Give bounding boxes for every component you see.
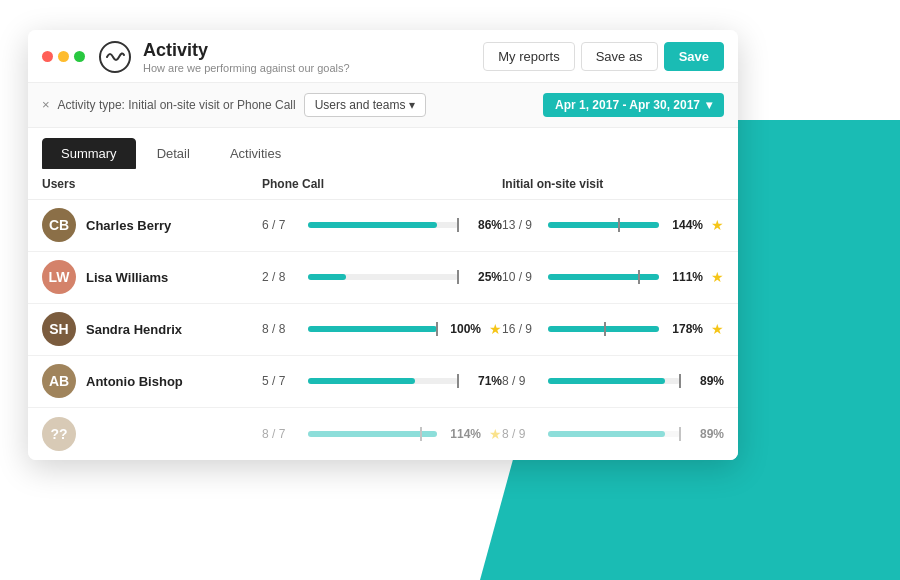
- app-logo: [99, 41, 131, 73]
- user-cell: SH Sandra Hendrix: [42, 312, 262, 346]
- phone-fraction: 5 / 7: [262, 374, 300, 388]
- visit-bar: [548, 326, 659, 332]
- visit-metric: 8 / 9 89%: [502, 374, 724, 388]
- filter-tag: Activity type: Initial on-site visit or …: [58, 98, 296, 112]
- star-icon: ★: [489, 426, 502, 442]
- phone-fraction: 8 / 7: [262, 427, 300, 441]
- table-row: CB Charles Berry 6 / 7 86% 13 / 9 144% ★: [28, 200, 738, 252]
- phone-bar: [308, 431, 437, 437]
- phone-metric: 8 / 8 100% ★: [262, 321, 502, 337]
- my-reports-button[interactable]: My reports: [483, 42, 574, 71]
- visit-bar: [548, 274, 659, 280]
- phone-bar: [308, 326, 437, 332]
- visit-pct: 111%: [667, 270, 703, 284]
- bar-fill: [548, 378, 665, 384]
- visit-bar: [548, 222, 659, 228]
- app-window: Activity How are we performing against o…: [28, 30, 738, 460]
- chevron-down-icon: ▾: [409, 98, 415, 112]
- close-button[interactable]: [42, 51, 53, 62]
- save-as-button[interactable]: Save as: [581, 42, 658, 71]
- bar-marker: [420, 427, 422, 441]
- star-icon: ★: [711, 269, 724, 285]
- table-row: ?? 8 / 7 114% ★ 8 / 9 89%: [28, 408, 738, 460]
- phone-pct: 71%: [466, 374, 502, 388]
- bar-marker: [436, 322, 438, 336]
- star-icon: ★: [711, 217, 724, 233]
- chevron-down-icon: ▾: [706, 98, 712, 112]
- tab-summary[interactable]: Summary: [42, 138, 136, 169]
- bar-marker: [679, 374, 681, 388]
- visit-metric: 16 / 9 178% ★: [502, 321, 724, 337]
- visit-metric: 10 / 9 111% ★: [502, 269, 724, 285]
- maximize-button[interactable]: [74, 51, 85, 62]
- visit-bar: [548, 431, 680, 437]
- tab-detail[interactable]: Detail: [138, 138, 209, 169]
- phone-bar: [308, 378, 458, 384]
- tabs: Summary Detail Activities: [28, 128, 738, 169]
- bar-marker: [638, 270, 640, 284]
- minimize-button[interactable]: [58, 51, 69, 62]
- phone-metric: 5 / 7 71%: [262, 374, 502, 388]
- traffic-lights: [42, 51, 85, 62]
- avatar: AB: [42, 364, 76, 398]
- star-icon: ★: [711, 321, 724, 337]
- phone-fraction: 6 / 7: [262, 218, 300, 232]
- bar-fill: [308, 222, 437, 228]
- user-name: Sandra Hendrix: [86, 322, 182, 337]
- user-name: Antonio Bishop: [86, 374, 183, 389]
- visit-fraction: 16 / 9: [502, 322, 540, 336]
- visit-fraction: 10 / 9: [502, 270, 540, 284]
- avatar: CB: [42, 208, 76, 242]
- table-row: LW Lisa Williams 2 / 8 25% 10 / 9 111% ★: [28, 252, 738, 304]
- visit-metric: 8 / 9 89%: [502, 427, 724, 441]
- app-title: Activity: [143, 40, 477, 62]
- user-name: Lisa Williams: [86, 270, 168, 285]
- tab-activities[interactable]: Activities: [211, 138, 300, 169]
- bar-fill: [548, 222, 659, 228]
- header-buttons: My reports Save as Save: [483, 42, 724, 71]
- phone-pct: 100%: [445, 322, 481, 336]
- save-button[interactable]: Save: [664, 42, 724, 71]
- visit-pct: 144%: [667, 218, 703, 232]
- bar-fill: [308, 378, 415, 384]
- bar-fill: [548, 274, 659, 280]
- bar-marker: [457, 270, 459, 284]
- filter-bar: × Activity type: Initial on-site visit o…: [28, 83, 738, 128]
- phone-bar: [308, 274, 458, 280]
- user-name: Charles Berry: [86, 218, 171, 233]
- users-teams-dropdown[interactable]: Users and teams ▾: [304, 93, 427, 117]
- bar-marker: [604, 322, 606, 336]
- title-bar: Activity How are we performing against o…: [28, 30, 738, 83]
- phone-fraction: 2 / 8: [262, 270, 300, 284]
- visit-fraction: 13 / 9: [502, 218, 540, 232]
- phone-metric: 2 / 8 25%: [262, 270, 502, 284]
- visit-pct: 178%: [667, 322, 703, 336]
- avatar: LW: [42, 260, 76, 294]
- app-title-group: Activity How are we performing against o…: [143, 40, 477, 74]
- phone-metric: 6 / 7 86%: [262, 218, 502, 232]
- bar-marker: [457, 218, 459, 232]
- col-visit: Initial on-site visit: [502, 177, 724, 191]
- filter-remove-icon[interactable]: ×: [42, 97, 50, 112]
- user-cell: CB Charles Berry: [42, 208, 262, 242]
- visit-pct: 89%: [688, 374, 724, 388]
- visit-pct: 89%: [688, 427, 724, 441]
- users-teams-label: Users and teams: [315, 98, 406, 112]
- date-range-label: Apr 1, 2017 - Apr 30, 2017: [555, 98, 700, 112]
- phone-pct: 25%: [466, 270, 502, 284]
- star-icon: ★: [489, 321, 502, 337]
- date-range-picker[interactable]: Apr 1, 2017 - Apr 30, 2017 ▾: [543, 93, 724, 117]
- user-cell: LW Lisa Williams: [42, 260, 262, 294]
- user-cell: AB Antonio Bishop: [42, 364, 262, 398]
- phone-bar: [308, 222, 458, 228]
- visit-fraction: 8 / 9: [502, 374, 540, 388]
- bar-fill: [548, 431, 665, 437]
- avatar: SH: [42, 312, 76, 346]
- bar-fill: [308, 274, 346, 280]
- table-header: Users Phone Call Initial on-site visit: [28, 169, 738, 200]
- phone-pct: 114%: [445, 427, 481, 441]
- bar-marker: [457, 374, 459, 388]
- visit-bar: [548, 378, 680, 384]
- phone-fraction: 8 / 8: [262, 322, 300, 336]
- table: Users Phone Call Initial on-site visit C…: [28, 169, 738, 460]
